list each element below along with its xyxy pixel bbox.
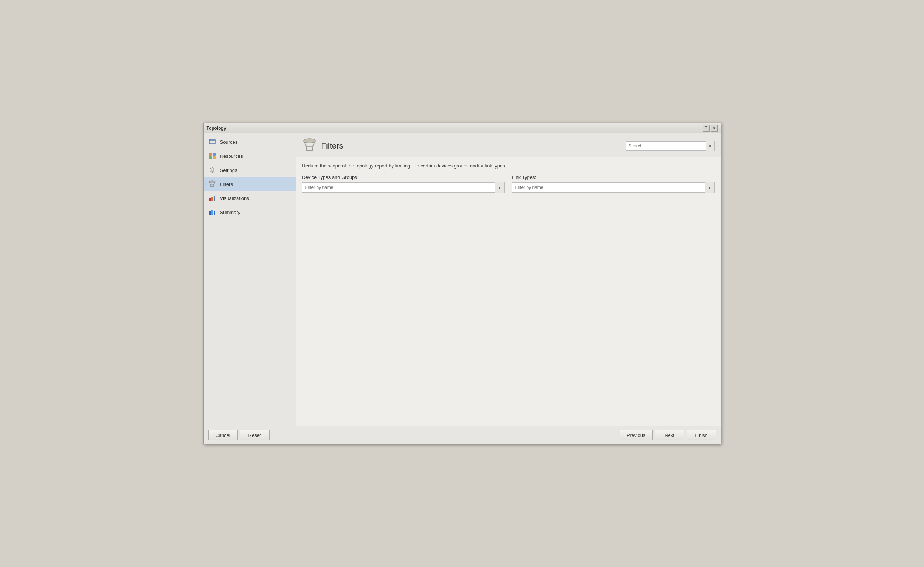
header-filters-icon <box>302 138 317 154</box>
summary-icon <box>208 208 216 216</box>
link-types-input[interactable] <box>512 183 705 192</box>
device-types-label: Device Types and Groups: <box>302 174 505 180</box>
title-bar-buttons: ? × <box>703 125 718 132</box>
filters-icon <box>208 180 216 188</box>
content-header: Filters × <box>296 134 721 157</box>
content-area: Filters × Reduce the scope of the topolo… <box>296 134 721 426</box>
footer-left-buttons: Cancel Reset <box>208 430 269 440</box>
svg-rect-21 <box>214 195 215 201</box>
help-button[interactable]: ? <box>703 125 709 132</box>
search-box: × <box>626 141 715 151</box>
sidebar-label-filters: Filters <box>220 182 233 187</box>
device-types-dropdown[interactable]: ▼ <box>302 182 505 193</box>
svg-rect-7 <box>213 156 216 159</box>
sidebar-label-visualizations: Visualizations <box>220 195 249 201</box>
reset-button[interactable]: Reset <box>240 430 269 440</box>
sidebar-item-settings[interactable]: Settings <box>204 163 296 177</box>
finish-button[interactable]: Finish <box>687 430 716 440</box>
svg-line-16 <box>210 171 211 172</box>
footer: Cancel Reset Previous Next Finish <box>204 426 721 444</box>
svg-line-15 <box>213 168 214 168</box>
device-types-input[interactable] <box>302 183 495 192</box>
visualizations-icon <box>208 194 216 202</box>
device-types-group: Device Types and Groups: ▼ <box>302 174 505 193</box>
svg-rect-24 <box>214 211 215 215</box>
svg-rect-22 <box>209 212 211 215</box>
link-types-dropdown[interactable]: ▼ <box>512 182 715 193</box>
device-types-arrow-icon[interactable]: ▼ <box>495 182 504 193</box>
next-button[interactable]: Next <box>655 430 684 440</box>
sidebar-item-visualizations[interactable]: Visualizations <box>204 191 296 205</box>
page-title: Filters <box>321 141 344 151</box>
cancel-button[interactable]: Cancel <box>208 430 238 440</box>
svg-rect-6 <box>209 156 212 159</box>
svg-line-13 <box>210 168 211 168</box>
header-left: Filters <box>302 138 344 154</box>
svg-rect-20 <box>212 196 213 201</box>
svg-point-8 <box>211 169 213 171</box>
title-bar: Topology ? × <box>204 123 721 134</box>
svg-point-3 <box>211 140 212 141</box>
sidebar: Sources Resources <box>204 134 296 426</box>
close-button[interactable]: × <box>711 125 718 132</box>
link-types-label: Link Types: <box>512 174 715 180</box>
sidebar-label-summary: Summary <box>220 210 241 215</box>
link-types-arrow-icon[interactable]: ▼ <box>705 182 714 193</box>
search-close-button[interactable]: × <box>706 141 714 151</box>
sidebar-item-filters[interactable]: Filters <box>204 177 296 191</box>
footer-right-buttons: Previous Next Finish <box>620 430 716 440</box>
svg-rect-23 <box>212 210 213 215</box>
window-title: Topology <box>207 126 226 131</box>
resources-icon <box>208 152 216 160</box>
sidebar-item-sources[interactable]: Sources <box>204 135 296 149</box>
sidebar-item-resources[interactable]: Resources <box>204 149 296 163</box>
sidebar-label-sources: Sources <box>220 140 238 145</box>
svg-rect-5 <box>213 153 216 156</box>
topology-window: Topology ? × Sources <box>203 123 721 444</box>
svg-point-17 <box>209 181 215 183</box>
sidebar-label-settings: Settings <box>220 168 237 173</box>
description: Reduce the scope of the topology report … <box>302 163 715 168</box>
content-body: Reduce the scope of the topology report … <box>296 157 721 426</box>
main-content: Sources Resources <box>204 134 721 426</box>
svg-rect-19 <box>209 198 211 201</box>
link-types-group: Link Types: ▼ <box>512 174 715 193</box>
sidebar-label-resources: Resources <box>220 153 243 159</box>
search-input[interactable] <box>627 142 706 150</box>
filters-row: Device Types and Groups: ▼ Link Types: ▼ <box>302 174 715 193</box>
svg-point-2 <box>210 140 211 141</box>
previous-button[interactable]: Previous <box>620 430 653 440</box>
svg-rect-4 <box>209 153 212 156</box>
settings-icon <box>208 166 216 174</box>
sources-icon <box>208 138 216 146</box>
sidebar-item-summary[interactable]: Summary <box>204 205 296 219</box>
svg-line-14 <box>213 171 214 172</box>
svg-point-25 <box>303 139 316 143</box>
